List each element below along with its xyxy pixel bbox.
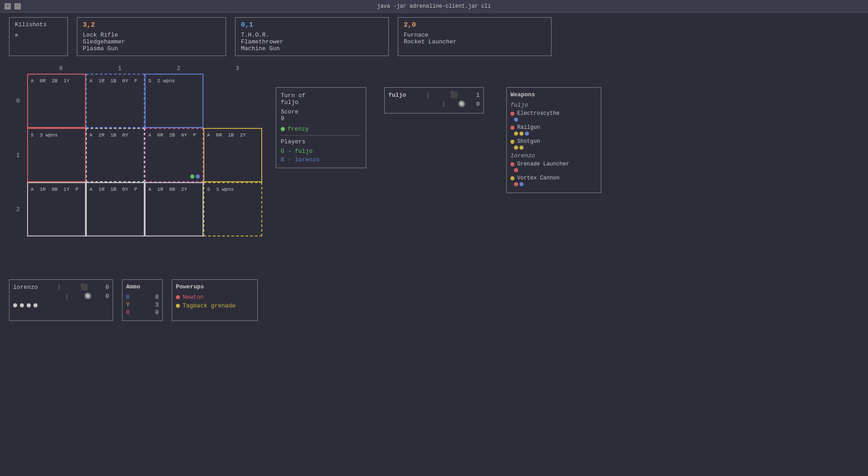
cell-2-2: A 1R 0B 2Y: [145, 182, 203, 236]
lorenzo-dots: [13, 303, 109, 307]
main-content: Killshots ■ 3,2 Lock Rifle Sledgehammer …: [0, 13, 868, 241]
ammo-row-r: R 0: [126, 309, 159, 316]
ammo-label-y: Y: [126, 302, 130, 308]
tagback-dot: [176, 304, 180, 308]
player2-weapons: T.H.O.R. Flamethrower Machine Gun: [241, 32, 383, 52]
cell-2-1-text: A 1R 1B 0Y P: [90, 186, 141, 194]
player3-score: 2,0: [404, 21, 546, 29]
skull-count: 1: [476, 92, 480, 99]
player-name-0: fuljo: [295, 148, 312, 155]
frenzy-label: frenzy: [288, 126, 309, 132]
ammo-title: Ammo: [126, 283, 159, 290]
cell-1-3-text: A 0R 1B 2Y: [207, 132, 259, 140]
skull-icon: ⬛: [450, 91, 458, 99]
player-entry-1: B - lorenzo: [281, 156, 361, 163]
lorenzo-sep2: |: [65, 293, 69, 300]
player-sep-1: -: [288, 156, 295, 163]
col-labels: 0 1 2 3: [32, 65, 859, 72]
lorenzo-dot-2: [20, 303, 24, 307]
player1-panel: 3,2 Lock Rifle Sledgehammer Plasma Gun: [77, 17, 226, 56]
railgun-ammo-2: [519, 132, 524, 136]
lorenzo-drop-val: 0: [105, 293, 109, 300]
cell-0-0: A 0R 2B 1Y: [27, 74, 86, 128]
cell-2-3: S 3 wpns: [203, 182, 262, 236]
player-color-1: B: [281, 156, 284, 163]
powerups-title: Powerups: [176, 283, 254, 290]
grenade-launcher-ammo-1: [514, 168, 518, 172]
cell-0-3: [203, 74, 262, 128]
cell-0-1-text: A 1R 1B 0Y P: [90, 77, 141, 85]
fuljo-name: fuljo: [388, 92, 406, 99]
score-value: 9: [281, 115, 361, 122]
electroscythe-ammo-1: [514, 118, 518, 122]
newton-dot: [176, 295, 180, 299]
player3-weapon1: Furnace: [404, 32, 546, 38]
bottom-panels: lorenzo | ⬛ 0 | 🔘 0 Ammo B: [9, 279, 258, 321]
fuljo-sep: |: [426, 92, 430, 99]
vortex-cannon-name: Vortex Cannon: [517, 175, 560, 181]
fuljo-status-panel: fuljo | ⬛ 1 | 🔘 0: [384, 87, 484, 113]
ammo-row-b: B 0: [126, 294, 159, 301]
player-sep-0: -: [288, 148, 295, 155]
railgun-name: Railgun: [517, 124, 540, 131]
turn-player: fuljo: [281, 99, 361, 106]
turn-of-label: Turn of: [281, 92, 361, 99]
player2-weapon1: T.H.O.R.: [241, 32, 383, 38]
cell-1-0-text: S 3 wpns: [31, 132, 82, 140]
player-color-0: G: [281, 148, 284, 155]
cell-1-1: A 2R 1B 0Y: [86, 128, 145, 182]
lorenzo-skull-val: 0: [105, 284, 109, 291]
player2-weapon2: Flamethrower: [241, 38, 383, 45]
grid-row-0: A 0R 2B 1Y A 1R 1B 0Y P S 2 wpns: [27, 74, 262, 128]
cell-1-0: S 3 wpns: [27, 128, 86, 182]
weapon-grenade-launcher-row: Grenade Launcher: [510, 161, 597, 167]
cell-2-0: A 1R 0B 1Y P: [27, 182, 86, 236]
ammo-value-y: 3: [155, 302, 159, 308]
weapon-railgun-row: Railgun: [510, 124, 597, 131]
row-label-1: 1: [9, 128, 27, 182]
frenzy-dot: [281, 127, 285, 131]
col-label-2: 2: [149, 65, 208, 72]
cell-0-2-text: S 2 wpns: [148, 77, 200, 85]
ammo-panel: Ammo B 0 Y 3 R 0: [122, 279, 163, 321]
cell-0-0-text: A 0R 2B 1Y: [31, 77, 82, 85]
tagback-name: Tagback grenade: [183, 302, 236, 309]
player-dot-blue: [196, 174, 200, 179]
drop-icon: 🔘: [458, 100, 465, 108]
skull-icon-lorenzo: ⬛: [80, 283, 88, 291]
grenade-launcher-dot: [510, 162, 514, 166]
col-label-3: 3: [208, 65, 267, 72]
close-button[interactable]: ×: [5, 3, 11, 9]
ammo-row-y: Y 3: [126, 302, 159, 308]
electroscythe-dot: [510, 112, 514, 116]
row-labels: 0 1 2: [9, 74, 27, 236]
player3-panel: 2,0 Furnace Rocket Launcher: [398, 17, 552, 56]
shotgun-ammo-1: [514, 146, 518, 150]
lorenzo-dot-1: [13, 303, 17, 307]
vortex-cannon-ammo-1: [514, 182, 518, 186]
railgun-ammo-3: [525, 132, 529, 136]
cell-2-2-text: A 1R 0B 2Y: [148, 186, 200, 194]
railgun-ammo-1: [514, 132, 518, 136]
vortex-cannon-ammo-2: [519, 182, 524, 186]
player-entry-0: G - fuljo: [281, 148, 361, 155]
weapon-vortex-cannon-row: Vortex Cannon: [510, 175, 597, 181]
fuljo-drop-row: | 🔘 0: [388, 100, 480, 108]
titlebar-controls: × −: [5, 3, 21, 9]
electroscythe-name: Electroscythe: [517, 110, 560, 117]
top-panels: Killshots ■ 3,2 Lock Rifle Sledgehammer …: [9, 17, 859, 56]
powerups-panel: Powerups Newton Tagback grenade: [172, 279, 258, 321]
minimize-button[interactable]: −: [14, 3, 21, 9]
row-label-2: 2: [9, 182, 27, 236]
vortex-cannon-ammo: [514, 182, 597, 186]
killshots-panel: Killshots ■: [9, 17, 68, 56]
col-label-0: 0: [32, 65, 90, 72]
titlebar: × − java -jar adrenaline-client.jar cli: [0, 0, 868, 13]
lorenzo-header-row: lorenzo | ⬛ 0: [13, 283, 109, 291]
player-name-1: lorenzo: [295, 156, 320, 163]
powerup-newton-row: Newton: [176, 294, 254, 301]
player2-panel: 0,1 T.H.O.R. Flamethrower Machine Gun: [235, 17, 389, 56]
frenzy-indicator: frenzy: [281, 126, 361, 132]
drop-icon-lorenzo: 🔘: [84, 292, 91, 300]
col-label-1: 1: [90, 65, 149, 72]
